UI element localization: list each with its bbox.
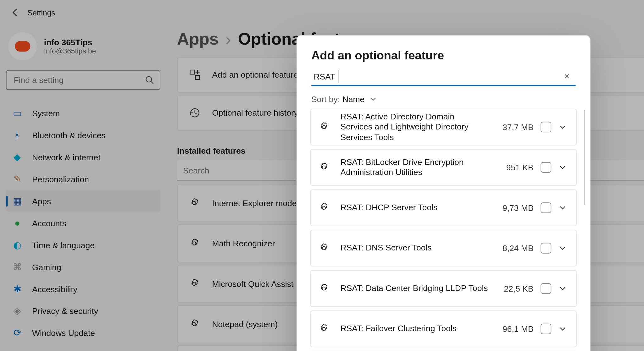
dialog-feature-row[interactable]: RSAT: Failover Clustering Tools96,1 MB [310,310,577,347]
bluetooth-icon: ᚼ [12,130,23,140]
feature-name: Notepad (system) [212,319,278,329]
dialog-feature-size: 22,5 KB [494,284,534,293]
sidebar-item-time-language[interactable]: ◐Time & language [6,234,160,256]
dialog-feature-name: RSAT: Failover Clustering Tools [341,324,494,334]
dialog-feature-row[interactable]: RSAT: BitLocker Drive Encryption Adminis… [310,149,577,186]
chevron-down-icon [558,123,567,131]
breadcrumb-parent[interactable]: Apps [177,30,219,48]
chevron-right-icon: › [226,30,231,49]
access-icon: ✱ [12,283,23,294]
sidebar: info 365Tips Info@365tips.be ▭SystemᚼBlu… [0,25,166,351]
display-icon: ▭ [12,108,23,118]
globe-icon: ◐ [12,239,23,250]
sidebar-item-bluetooth-devices[interactable]: ᚼBluetooth & devices [6,124,160,146]
svg-rect-3 [196,75,200,80]
sidebar-item-accessibility[interactable]: ✱Accessibility [6,278,160,300]
find-setting[interactable] [6,70,160,90]
feature-name: Microsoft Quick Assist [212,279,293,288]
search-icon [145,75,154,84]
svg-point-13 [322,206,325,209]
svg-point-7 [193,322,196,326]
dialog-feature-size: 951 KB [494,163,534,172]
nav-list: ▭SystemᚼBluetooth & devices◆Network & in… [6,102,160,344]
sidebar-item-label: Apps [32,196,51,206]
scrollbar-thumb[interactable] [584,110,585,205]
dialog-feature-name: RSAT: BitLocker Drive Encryption Adminis… [341,157,494,178]
svg-rect-2 [190,70,194,74]
svg-point-12 [322,166,325,169]
shield-icon: ◈ [12,305,23,316]
clear-search-button[interactable]: ✕ [560,72,574,80]
svg-point-15 [322,287,325,290]
title-bar: Settings [0,0,644,25]
account-email: Info@365tips.be [44,47,96,55]
sidebar-item-label: Time & language [32,240,95,250]
chevron-down-icon [558,163,567,172]
dialog-sort[interactable]: Sort by: Name [297,86,590,109]
chevron-down-icon [558,204,567,212]
sidebar-item-gaming[interactable]: ⌘Gaming [6,256,160,278]
gear-icon [318,162,330,173]
sidebar-item-label: System [32,108,60,118]
sidebar-item-label: Gaming [32,262,61,271]
svg-point-4 [193,201,196,205]
sidebar-item-label: Accounts [32,218,66,228]
dialog-feature-size: 8,24 MB [494,244,534,253]
gear-icon [188,318,200,330]
feature-checkbox[interactable] [541,324,551,334]
dialog-feature-name: RSAT: Data Center Bridging LLDP Tools [341,283,494,293]
gear-icon [188,197,200,209]
svg-point-6 [193,282,196,285]
dialog-feature-name: RSAT: Active Directory Domain Services a… [341,112,494,142]
dialog-feature-size: 37,7 MB [494,122,534,132]
account-name: info 365Tips [44,37,96,47]
sidebar-item-network-internet[interactable]: ◆Network & internet [6,146,160,168]
dialog-sort-label: Sort by: [311,94,340,104]
dialog-title: Add an optional feature [297,36,590,68]
history-label: Optional feature history [212,108,298,118]
dialog-sort-value: Name [342,94,365,104]
sidebar-item-windows-update[interactable]: ⟳Windows Update [6,322,160,344]
dialog-feature-size: 9,73 MB [494,203,534,212]
gear-icon [318,242,330,254]
feature-checkbox[interactable] [541,283,551,294]
gear-icon [318,202,330,214]
add-feature-label: Add an optional feature [212,70,298,80]
sidebar-item-label: Privacy & security [32,306,98,315]
sidebar-item-label: Network & internet [32,152,101,162]
dialog-feature-row[interactable]: RSAT: Data Center Bridging LLDP Tools22,… [310,270,577,307]
svg-point-14 [322,247,325,250]
brush-icon: ✎ [12,174,23,184]
dialog-search[interactable]: RSAT ✕ [311,68,576,86]
gear-icon [188,278,200,290]
sidebar-item-label: Accessibility [32,284,77,293]
sidebar-item-personalization[interactable]: ✎Personalization [6,168,160,190]
feature-checkbox[interactable] [541,122,551,132]
sidebar-item-label: Personalization [32,174,89,184]
wifi-icon: ◆ [12,152,23,162]
gear-icon [318,323,330,335]
dialog-feature-row[interactable]: RSAT: DHCP Server Tools9,73 MB [310,189,577,226]
chevron-down-icon [369,96,376,103]
person-icon: ● [12,217,23,228]
dialog-feature-row[interactable]: RSAT: Active Directory Domain Services a… [310,109,577,145]
feature-checkbox[interactable] [541,202,551,213]
account-header[interactable]: info 365Tips Info@365tips.be [6,29,160,70]
dialog-feature-list: RSAT: Active Directory Domain Services a… [297,109,590,351]
sidebar-item-apps[interactable]: ▦Apps [6,190,160,212]
sidebar-item-system[interactable]: ▭System [6,102,160,124]
back-button[interactable] [3,1,27,25]
feature-checkbox[interactable] [541,243,551,254]
gear-icon [318,121,330,133]
feature-checkbox[interactable] [541,162,551,173]
dialog-feature-row[interactable]: RSAT: DNS Server Tools8,24 MB [310,230,577,266]
sidebar-item-label: Bluetooth & devices [32,130,106,140]
sidebar-item-privacy-security[interactable]: ◈Privacy & security [6,300,160,322]
find-setting-input[interactable] [13,74,145,85]
cloud-icon [15,41,30,52]
window-title: Settings [27,8,55,17]
add-feature-dialog: Add an optional feature RSAT ✕ Sort by: … [297,35,591,351]
sidebar-item-accounts[interactable]: ●Accounts [6,212,160,234]
feature-name: Internet Explorer mode [212,198,297,208]
svg-point-1 [146,76,152,82]
